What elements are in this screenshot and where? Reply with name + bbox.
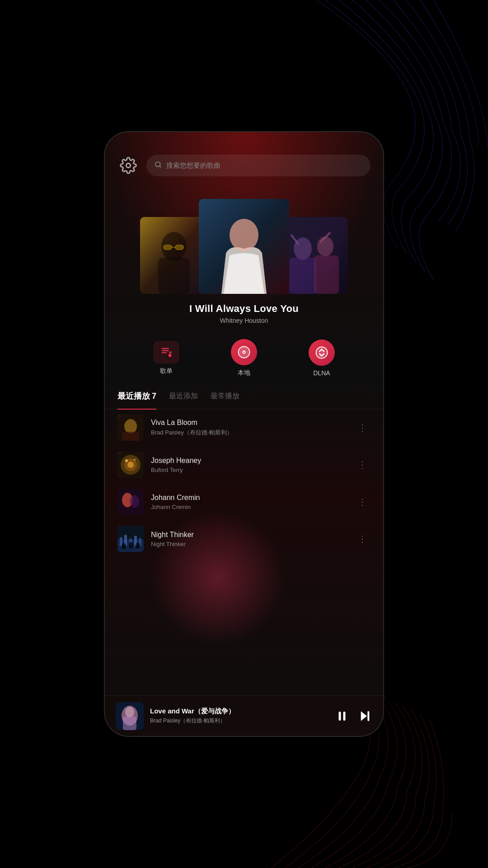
more-button-4[interactable]: ⋮ — [354, 530, 371, 548]
list-item[interactable]: Joseph Heaney Buford Terry ⋮ — [105, 446, 383, 483]
nav-label-playlist: 歌单 — [160, 367, 173, 375]
song-title-3: Johann Cremin — [151, 494, 347, 502]
svg-point-28 — [244, 352, 245, 353]
song-title-2: Joseph Heaney — [151, 457, 347, 465]
dlna-icon — [309, 340, 335, 366]
song-artist-2: Buford Terry — [151, 467, 347, 473]
song-details-4: Night Thinker Night Thinker — [151, 531, 347, 547]
song-list: Viva La Bloom Brad Paisley（布拉德·帕斯利） ⋮ — [105, 409, 383, 695]
svg-rect-36 — [122, 432, 139, 441]
svg-line-2 — [160, 166, 161, 167]
now-playing-thumb — [116, 702, 144, 730]
local-icon — [231, 339, 257, 365]
svg-point-40 — [127, 462, 134, 468]
phone-content: 搜索您想要的歌曲 — [105, 132, 383, 736]
song-artist-3: Johann Cremin — [151, 504, 347, 510]
search-icon — [155, 161, 162, 170]
now-playing-bar: Love and War（爱与战争） Brad Paisley（布拉德·帕斯利） — [105, 695, 383, 736]
album-card-left[interactable] — [140, 217, 208, 294]
featured-song-artist: Whitney Houston — [114, 317, 374, 324]
next-button[interactable] — [358, 709, 372, 723]
svg-rect-18 — [314, 255, 339, 294]
settings-button[interactable] — [117, 155, 139, 176]
svg-rect-62 — [343, 712, 346, 721]
album-art-left — [140, 217, 208, 294]
search-bar[interactable]: 搜索您想要的歌曲 — [146, 155, 371, 176]
svg-rect-6 — [164, 245, 172, 250]
more-button-1[interactable]: ⋮ — [354, 419, 371, 437]
more-button-2[interactable]: ⋮ — [354, 456, 371, 474]
svg-point-11 — [230, 219, 258, 251]
tabs-bar: 最近播放7 最近添加 最常播放 — [105, 386, 383, 409]
song-title-1: Viva La Bloom — [151, 419, 347, 427]
song-artist-4: Night Thinker — [151, 541, 347, 547]
list-item[interactable]: Night Thinker Night Thinker ⋮ — [105, 520, 383, 557]
featured-song-title: I Will Always Love You — [114, 303, 374, 315]
song-thumb-3 — [117, 489, 144, 515]
svg-point-42 — [134, 459, 136, 461]
svg-point-55 — [136, 542, 140, 549]
now-playing-title: Love and War（爱与战争） — [150, 707, 329, 716]
svg-point-0 — [126, 163, 131, 168]
album-art-center — [199, 199, 289, 294]
list-item[interactable]: Viva La Bloom Brad Paisley（布拉德·帕斯利） ⋮ — [105, 409, 383, 446]
nav-item-local[interactable]: 本地 — [231, 339, 257, 377]
svg-rect-60 — [123, 717, 136, 730]
tab-most-played[interactable]: 最常播放 — [211, 392, 239, 402]
svg-marker-63 — [361, 711, 367, 721]
svg-point-59 — [125, 707, 134, 717]
svg-rect-17 — [289, 258, 316, 294]
svg-point-35 — [124, 419, 137, 434]
svg-point-14 — [317, 236, 333, 256]
nav-icons: 歌单 本地 — [105, 326, 383, 386]
nav-label-dlna: DLNA — [313, 369, 330, 377]
more-button-3[interactable]: ⋮ — [354, 493, 371, 511]
tab-recent-add[interactable]: 最近添加 — [169, 392, 198, 402]
song-thumb-1 — [117, 415, 144, 441]
pause-button[interactable] — [335, 709, 349, 723]
search-placeholder-text: 搜索您想要的歌曲 — [166, 161, 221, 170]
svg-rect-19 — [162, 348, 169, 349]
svg-point-53 — [122, 543, 126, 549]
song-title-4: Night Thinker — [151, 531, 347, 539]
list-item[interactable]: Johann Cremin Johann Cremin ⋮ — [105, 483, 383, 520]
nav-item-dlna[interactable]: DLNA — [309, 340, 335, 377]
svg-point-41 — [125, 459, 128, 462]
song-thumb-2 — [117, 452, 144, 478]
phone-frame: 搜索您想要的歌曲 — [104, 131, 384, 737]
featured-song-info: I Will Always Love You Whitney Houston — [105, 294, 383, 326]
song-details-2: Joseph Heaney Buford Terry — [151, 457, 347, 473]
song-thumb-4 — [117, 526, 144, 552]
album-carousel — [105, 185, 383, 294]
tab-recent-play[interactable]: 最近播放7 — [117, 391, 156, 402]
svg-rect-61 — [339, 712, 341, 721]
song-artist-1: Brad Paisley（布拉德·帕斯利） — [151, 429, 347, 437]
header: 搜索您想要的歌曲 — [105, 132, 383, 185]
svg-rect-64 — [367, 711, 369, 721]
album-art-right — [280, 217, 348, 294]
svg-rect-20 — [162, 350, 169, 351]
svg-rect-5 — [158, 258, 190, 294]
svg-point-45 — [130, 495, 139, 508]
song-details-1: Viva La Bloom Brad Paisley（布拉德·帕斯利） — [151, 419, 347, 437]
album-card-right[interactable] — [280, 217, 348, 294]
now-playing-controls — [335, 709, 372, 723]
now-playing-info: Love and War（爱与战争） Brad Paisley（布拉德·帕斯利） — [150, 707, 329, 725]
album-card-center[interactable] — [199, 199, 289, 294]
now-playing-artist: Brad Paisley（布拉德·帕斯利） — [150, 717, 329, 725]
svg-point-54 — [129, 542, 133, 548]
playlist-icon — [153, 341, 179, 363]
nav-label-local: 本地 — [238, 369, 250, 377]
nav-item-playlist[interactable]: 歌单 — [153, 341, 179, 375]
svg-rect-24 — [169, 352, 172, 353]
svg-rect-7 — [175, 245, 183, 250]
song-details-3: Johann Cremin Johann Cremin — [151, 494, 347, 510]
svg-rect-21 — [162, 352, 167, 353]
